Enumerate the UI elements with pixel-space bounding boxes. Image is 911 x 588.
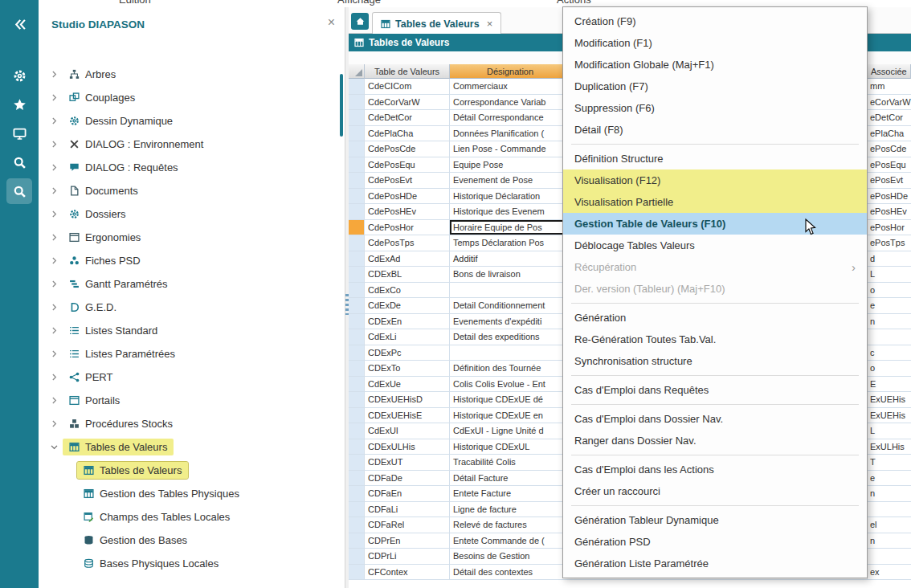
search-icon[interactable] — [6, 149, 32, 175]
row-marker-cell[interactable] — [349, 392, 365, 408]
cell-table-de-valeurs[interactable]: CDExUT — [365, 455, 450, 471]
row-marker-cell[interactable] — [349, 267, 365, 283]
cell-table-de-valeurs[interactable]: CdExAd — [365, 251, 450, 267]
chevron-right-icon[interactable] — [50, 256, 63, 265]
row-marker-cell[interactable] — [349, 283, 365, 299]
tree-item-portails[interactable]: Portails — [39, 389, 340, 412]
cell-table-de-valeurs[interactable]: CDExUEHisE — [365, 408, 450, 424]
search-secondary-icon[interactable] — [6, 178, 32, 204]
cell-associee[interactable]: ExUEHis — [868, 392, 911, 408]
menu-edition[interactable]: Edition — [119, 0, 151, 6]
column-header-table-de-valeurs[interactable]: Table de Valeurs — [365, 64, 450, 79]
cell-associee[interactable]: n — [868, 314, 911, 330]
cell-table-de-valeurs[interactable]: CDExPc — [365, 345, 450, 361]
cell-table-de-valeurs[interactable]: CdePosHDe — [365, 189, 450, 205]
cell-associee[interactable] — [868, 549, 911, 565]
chevron-right-icon[interactable] — [50, 280, 63, 288]
row-marker-cell[interactable] — [349, 517, 365, 533]
chevron-right-icon[interactable] — [50, 303, 63, 312]
cell-table-de-valeurs[interactable]: CdePosTps — [365, 235, 450, 251]
row-marker-cell[interactable] — [349, 251, 365, 267]
row-marker-cell[interactable] — [349, 455, 365, 471]
cell-associee[interactable] — [868, 502, 911, 518]
cell-table-de-valeurs[interactable]: CDFaRel — [365, 517, 450, 533]
chevron-right-icon[interactable] — [50, 186, 63, 195]
tree-item-g-e-d[interactable]: G.E.D. — [39, 296, 340, 319]
row-marker-cell[interactable] — [349, 423, 365, 439]
cell-table-de-valeurs[interactable]: CdePlaCha — [365, 126, 450, 142]
monitor-icon[interactable] — [6, 120, 32, 146]
cell-table-de-valeurs[interactable]: CdePosEqu — [365, 157, 450, 174]
chevron-right-icon[interactable] — [50, 419, 63, 428]
menu-item-modification-globale-maj-f1[interactable]: Modification Globale (Maj+F1) — [563, 54, 867, 76]
tree-item-dessin-dynamique[interactable]: Dessin Dynamique — [39, 109, 340, 133]
cell-table-de-valeurs[interactable]: CdeCorVarW — [365, 95, 450, 111]
menu-item-ranger-dans-dossier-nav[interactable]: Ranger dans Dossier Nav. — [563, 430, 867, 451]
tree-item-listes-parametrees[interactable]: Listes Paramétrées — [39, 342, 340, 365]
cell-associee[interactable]: eDetCor — [868, 110, 911, 126]
cell-associee[interactable]: o — [868, 361, 911, 377]
chevron-right-icon[interactable] — [50, 116, 63, 125]
menu-item-generation-liste-parametree[interactable]: Génération Liste Paramétrée — [563, 553, 867, 574]
tree-item-ergonomies[interactable]: Ergonomies — [39, 226, 340, 249]
tab-tables-de-valeurs[interactable]: Tables de Valeurs × — [372, 12, 501, 35]
cell-table-de-valeurs[interactable]: CdePosHor — [365, 220, 450, 236]
tree-item-listes-standard[interactable]: Listes Standard — [39, 319, 340, 342]
cell-associee[interactable]: ePosCde — [868, 141, 911, 157]
row-marker-cell[interactable] — [349, 549, 365, 565]
row-marker-cell[interactable] — [349, 345, 365, 361]
cell-associee[interactable]: L — [868, 423, 911, 439]
row-marker-cell[interactable] — [349, 157, 365, 174]
menu-item-cas-d-emploi-dans-requetes[interactable]: Cas d'Emploi dans Requêtes — [563, 379, 867, 401]
cell-table-de-valeurs[interactable]: CDExULHis — [365, 439, 450, 455]
cell-table-de-valeurs[interactable]: CdeDetCor — [365, 110, 450, 126]
row-marker-cell[interactable] — [349, 298, 365, 314]
menu-item-modification-f1[interactable]: Modification (F1) — [563, 32, 867, 54]
cell-associee[interactable]: ExUEHis — [868, 408, 911, 424]
tree-item-procedures-stocks[interactable]: Procédures Stocks — [39, 412, 340, 435]
row-marker-cell[interactable] — [349, 95, 365, 111]
cell-associee[interactable]: ePosEqu — [868, 157, 911, 174]
cell-associee[interactable]: ePosEvt — [868, 173, 911, 189]
row-marker-cell[interactable] — [349, 471, 365, 487]
row-marker-cell[interactable] — [349, 220, 365, 236]
tree-item-dialog-environnement[interactable]: DIALOG : Environnement — [39, 133, 340, 156]
row-marker-cell[interactable] — [349, 502, 365, 518]
chevron-right-icon[interactable] — [50, 233, 63, 242]
cell-table-de-valeurs[interactable]: CFContex — [365, 565, 450, 581]
row-marker-cell[interactable] — [349, 189, 365, 205]
menu-item-visualisation-f12[interactable]: Visualisation (F12) — [563, 169, 867, 191]
cell-table-de-valeurs[interactable]: CdExUe — [365, 377, 450, 393]
tree-item-documents[interactable]: Documents — [39, 179, 340, 202]
tree-item-tables-de-valeurs[interactable]: Tables de Valeurs — [39, 459, 340, 482]
collapse-panel-icon[interactable] — [6, 11, 32, 37]
menu-item-creation-f9[interactable]: Création (F9) — [563, 10, 867, 32]
menu-item-cas-d-emploi-dans-les-actions[interactable]: Cas d'Emploi dans les Actions — [563, 459, 867, 480]
menu-item-deblocage-tables-valeurs[interactable]: Déblocage Tables Valeurs — [563, 235, 867, 256]
cell-table-de-valeurs[interactable]: CDFaDe — [365, 471, 450, 487]
tree-item-gestion-des-bases[interactable]: Gestion des Bases — [39, 529, 340, 552]
tab-close-icon[interactable]: × — [487, 18, 493, 30]
cell-table-de-valeurs[interactable]: CDExEn — [365, 314, 450, 330]
cell-table-de-valeurs[interactable]: CdeCICom — [365, 79, 450, 95]
row-marker-cell[interactable] — [349, 126, 365, 142]
chevron-right-icon[interactable] — [50, 70, 63, 79]
chevron-down-icon[interactable] — [50, 443, 63, 451]
cell-table-de-valeurs[interactable]: CdExLi — [365, 329, 450, 345]
cell-associee[interactable]: T — [868, 455, 911, 471]
menu-item-re-generation-toutes-tab-val[interactable]: Re-Génération Toutes Tab.Val. — [563, 329, 867, 350]
menu-item-synchronisation-structure[interactable]: Synchronisation structure — [563, 350, 867, 372]
chevron-right-icon[interactable] — [50, 140, 63, 149]
cell-associee[interactable]: L — [868, 267, 911, 283]
chevron-right-icon[interactable] — [50, 93, 63, 102]
row-marker-cell[interactable] — [349, 204, 365, 220]
cell-associee[interactable]: o — [868, 283, 911, 299]
tree-item-fiches-psd[interactable]: Fiches PSD — [39, 249, 340, 272]
cell-table-de-valeurs[interactable]: CDFaEn — [365, 486, 450, 502]
chevron-right-icon[interactable] — [50, 373, 63, 382]
cell-associee[interactable]: ePosHDe — [868, 189, 911, 205]
tree-item-gestion-des-tables-physiques[interactable]: Gestion des Tables Physiques — [39, 482, 340, 505]
tree-item-gantt-parametres[interactable]: Gantt Paramétrés — [39, 272, 340, 296]
cell-associee[interactable]: e — [868, 471, 911, 487]
cell-associee[interactable]: E — [868, 377, 911, 393]
